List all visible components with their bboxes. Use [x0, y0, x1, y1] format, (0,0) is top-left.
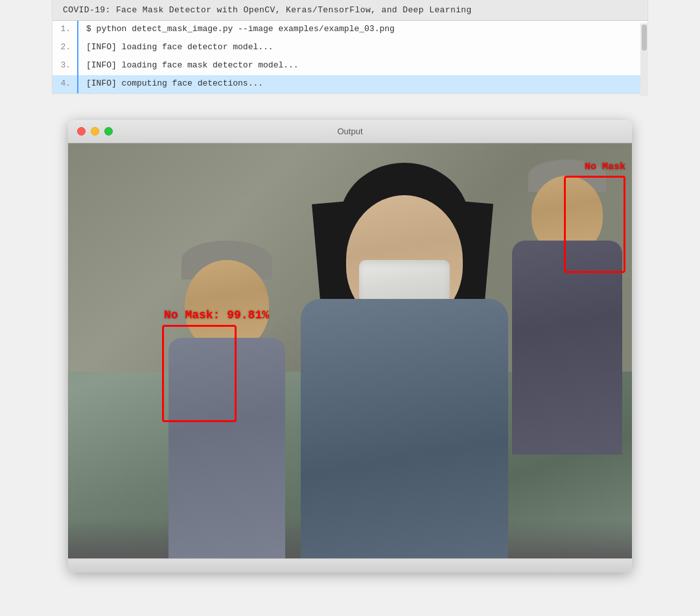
line-content-2: [INFO] loading face detector model...	[78, 39, 648, 57]
line-number-1: 1.	[52, 21, 78, 39]
code-lines: 1. $ python detect_mask_image.py --image…	[52, 21, 648, 93]
line-number-4: 4.	[52, 75, 78, 93]
code-line-4: 4. [INFO] computing face detections...	[52, 75, 648, 93]
detection-label-right: No Mask	[585, 161, 625, 172]
detection-box-right	[564, 176, 625, 273]
detection-label-left: No Mask: 99.81%	[164, 309, 269, 322]
image-canvas: No Mask: 99.81% No Mask	[68, 143, 632, 558]
person-main	[268, 182, 541, 558]
code-section: COVID-19: Face Mask Detector with OpenCV…	[52, 0, 648, 94]
main-body	[301, 299, 508, 558]
window-titlebar: Output	[68, 120, 632, 143]
detection-box-left	[162, 325, 237, 422]
line-content-3: [INFO] loading face mask detector model.…	[78, 57, 648, 75]
window-bottom-bar	[68, 558, 632, 573]
title-bar: COVID-19: Face Mask Detector with OpenCV…	[52, 0, 648, 21]
line-content-4: [INFO] computing face detections...	[78, 75, 648, 93]
line-number-3: 3.	[52, 57, 78, 75]
line-number-2: 2.	[52, 39, 78, 57]
title-text: COVID-19: Face Mask Detector with OpenCV…	[63, 5, 472, 15]
output-window: Output	[68, 120, 632, 573]
scrollbar[interactable]	[640, 23, 648, 96]
minimize-button[interactable]	[91, 127, 99, 136]
code-line-1: 1. $ python detect_mask_image.py --image…	[52, 21, 648, 39]
maximize-button[interactable]	[104, 127, 113, 136]
close-button[interactable]	[77, 127, 86, 136]
line-content-1: $ python detect_mask_image.py --image ex…	[78, 21, 648, 39]
code-line-2: 2. [INFO] loading face detector model...	[52, 39, 648, 57]
output-window-wrapper: Output	[0, 120, 700, 573]
traffic-lights	[77, 127, 113, 136]
scrollbar-thumb[interactable]	[642, 25, 647, 51]
code-line-3: 3. [INFO] loading face mask detector mod…	[52, 57, 648, 75]
window-title: Output	[337, 126, 362, 136]
